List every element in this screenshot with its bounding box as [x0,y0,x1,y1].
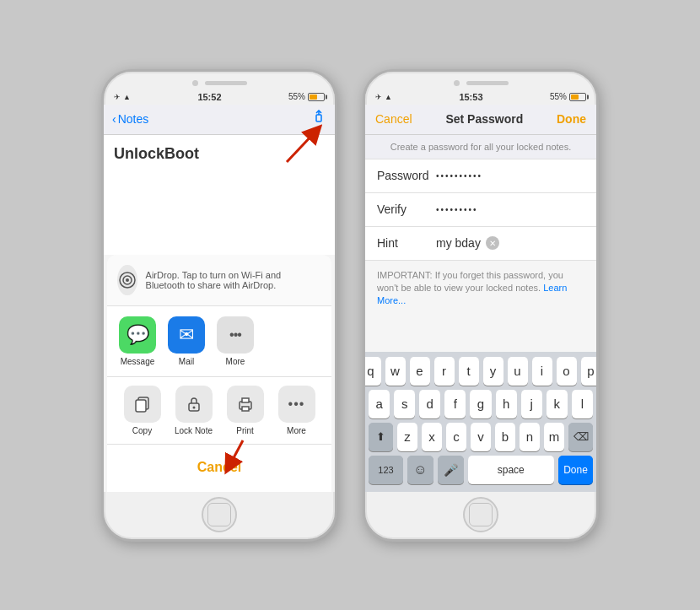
done-key[interactable]: Done [558,456,593,484]
password-hint-text: Create a password for all your locked no… [365,135,596,159]
right-camera-dot [454,80,460,86]
battery-icon-right [569,93,586,101]
key-u[interactable]: u [508,357,528,386]
key-m[interactable]: m [544,423,564,451]
left-status-right: 55% [288,92,325,101]
right-phone: ✈ ▲ 15:53 55% Cancel Set Password Done C… [363,69,599,542]
key-j[interactable]: j [521,390,542,418]
speaker-bar [205,81,247,85]
right-phone-screen: Cancel Set Password Done Create a passwo… [365,105,596,492]
key-w[interactable]: w [385,357,406,386]
messages-icon: 💬 [119,316,156,354]
cancel-button[interactable]: Cancel [114,450,325,485]
back-button[interactable]: ‹ Notes [112,112,148,126]
password-field-row: Password •••••••••• [365,159,596,193]
key-g[interactable]: g [470,390,491,418]
mail-icon: ✉ [168,316,205,354]
more-action-icon: ••• [278,386,315,423]
right-status-left: ✈ ▲ [375,93,392,101]
right-status-bar: ✈ ▲ 15:53 55% [365,89,596,105]
airdrop-text: AirDrop. Tap to turn on Wi-Fi and Blueto… [146,270,321,290]
home-button-left[interactable] [202,497,237,532]
mic-key[interactable]: 🎤 [438,456,464,484]
right-status-time: 15:53 [459,92,482,102]
airdrop-icon [117,265,137,295]
print-icon [227,386,264,423]
messages-label: Message [121,357,155,366]
key-y[interactable]: y [483,357,503,386]
right-phone-wrapper: ✈ ▲ 15:53 55% Cancel Set Password Done C… [363,69,599,542]
cancel-nav-button[interactable]: Cancel [375,112,412,126]
key-q[interactable]: q [365,357,381,386]
space-key[interactable]: space [468,456,555,484]
wifi-icon: ▲ [123,93,131,101]
key-s[interactable]: s [394,390,415,418]
verify-value[interactable]: ••••••••• [436,205,584,214]
key-r[interactable]: r [434,357,455,386]
done-nav-button[interactable]: Done [557,112,586,126]
more-app[interactable]: ••• More [217,316,254,366]
left-phone-top [104,72,335,89]
svg-point-4 [126,278,129,282]
print-label: Print [236,426,254,435]
svg-point-8 [192,406,195,408]
hint-value[interactable]: my bday [436,236,481,250]
left-status-time: 15:52 [197,92,221,102]
mail-app[interactable]: ✉ Mail [168,316,205,366]
key-f[interactable]: f [444,390,466,418]
hint-label: Hint [377,236,436,250]
shift-key[interactable]: ⬆ [369,423,393,451]
right-status-right: 55% [550,92,586,101]
password-value[interactable]: •••••••••• [436,171,584,181]
svg-rect-0 [316,115,321,121]
verify-label: Verify [377,202,436,216]
key-e[interactable]: e [410,357,430,386]
print-action[interactable]: Print [222,386,268,435]
emoji-key[interactable]: ☺ [407,456,433,484]
key-c[interactable]: c [446,423,466,451]
camera-dot [192,80,198,86]
more-action[interactable]: ••• More [273,386,320,435]
left-phone-screen: ‹ Notes UnlockBoot [104,105,335,492]
home-button-inner-right [469,503,493,526]
left-phone: ✈ ▲ 15:52 55% ‹ Notes [101,69,337,542]
key-o[interactable]: o [557,357,577,386]
copy-label: Copy [132,426,152,435]
key-d[interactable]: d [419,390,440,418]
key-i[interactable]: i [532,357,552,386]
svg-rect-10 [242,398,249,402]
important-text: IMPORTANT: If you forget this password, … [377,270,563,293]
key-z[interactable]: z [397,423,417,451]
key-h[interactable]: h [496,390,517,418]
more-label: More [226,357,245,366]
key-k[interactable]: k [547,390,568,418]
key-t[interactable]: t [459,357,479,386]
key-a[interactable]: a [369,390,390,418]
airplane-icon: ✈ [114,93,121,101]
delete-key[interactable]: ⌫ [568,423,593,451]
key-n[interactable]: n [520,423,540,451]
keyboard-row-3: ⬆ z x c v b n m ⌫ [369,423,593,451]
more-action-label: More [287,426,306,435]
key-v[interactable]: v [471,423,491,451]
messages-app[interactable]: 💬 Message [119,316,156,366]
key-l[interactable]: l [572,390,593,418]
clear-hint-button[interactable]: ✕ [486,236,499,250]
numbers-key[interactable]: 123 [369,456,403,484]
keyboard: q w e r t y u i o p a s d f g h [365,352,596,492]
key-b[interactable]: b [495,423,515,451]
right-phone-top [365,72,596,89]
keyboard-row-2: a s d f g h j k l [369,390,593,418]
right-airplane-icon: ✈ [375,93,382,101]
lock-note-action[interactable]: Lock Note [170,386,217,435]
home-button-right[interactable] [463,497,498,532]
key-p[interactable]: p [581,357,597,386]
share-button[interactable] [311,110,326,129]
note-content: UnlockBoot [104,135,335,255]
key-x[interactable]: x [422,423,442,451]
note-title: UnlockBoot [114,145,325,163]
lock-note-icon [175,386,213,423]
right-wifi-icon: ▲ [385,93,392,101]
copy-action[interactable]: Copy [119,386,165,435]
left-nav-bar: ‹ Notes [104,105,335,135]
